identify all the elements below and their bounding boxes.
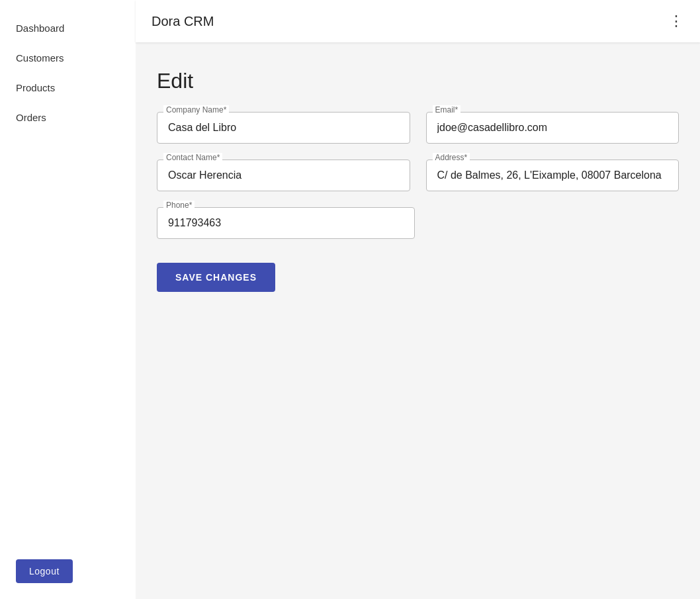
contact-name-field: Contact Name* (157, 160, 410, 191)
company-name-label: Company Name* (163, 105, 229, 115)
form-grid-row1: Company Name* Email* Contact Name* Addre… (157, 112, 679, 191)
email-input[interactable] (426, 112, 679, 144)
save-changes-button[interactable]: SAVE CHANGES (157, 263, 275, 292)
address-label: Address* (433, 153, 470, 162)
sidebar-item-dashboard[interactable]: Dashboard (0, 13, 136, 43)
sidebar-nav: Dashboard Customers Products Orders (0, 0, 136, 132)
more-options-icon[interactable]: ⋮ (669, 13, 684, 30)
sidebar-footer: Logout (0, 543, 136, 599)
email-field: Email* (426, 112, 679, 144)
contact-name-input[interactable] (157, 160, 410, 191)
company-name-field: Company Name* (157, 112, 410, 144)
header: Dora CRM ⋮ (136, 0, 700, 42)
address-field: Address* (426, 160, 679, 191)
sidebar-item-orders[interactable]: Orders (0, 103, 136, 132)
contact-name-label: Contact Name* (163, 153, 222, 162)
email-label: Email* (433, 105, 461, 115)
sidebar: Dashboard Customers Products Orders Logo… (0, 0, 136, 599)
phone-label: Phone* (163, 201, 195, 210)
main-area: Dora CRM ⋮ Edit Company Name* Email* Con… (136, 0, 700, 599)
app-title: Dora CRM (152, 14, 214, 29)
content-area: Edit Company Name* Email* Contact Name* … (136, 42, 700, 599)
company-name-input[interactable] (157, 112, 410, 144)
logout-button[interactable]: Logout (16, 559, 73, 583)
sidebar-item-customers[interactable]: Customers (0, 43, 136, 73)
page-title: Edit (157, 69, 679, 93)
save-button-container: SAVE CHANGES (157, 257, 679, 292)
sidebar-item-products[interactable]: Products (0, 73, 136, 103)
phone-input[interactable] (157, 207, 415, 239)
phone-field: Phone* (157, 207, 415, 239)
address-input[interactable] (426, 160, 679, 191)
